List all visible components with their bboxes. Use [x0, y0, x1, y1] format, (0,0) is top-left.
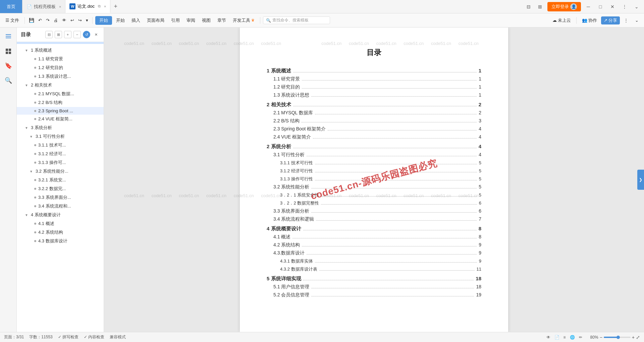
menu-layout[interactable]: 插入 — [129, 16, 143, 24]
tab-add-button[interactable]: + — [110, 3, 121, 10]
toc-page-num: 18 — [476, 284, 481, 289]
nav-item-3-2-2[interactable]: 3.2.2 数据完... — [17, 184, 104, 193]
nav-item-3-4[interactable]: 3.4 系统流程和... — [17, 202, 104, 211]
web-mode-icon[interactable]: 🌐 — [570, 335, 575, 340]
nav-item-3-2[interactable]: ▼ 3.2 系统性能分... — [17, 167, 104, 176]
nav-item-1-1[interactable]: 1.1 研究背景 — [17, 55, 104, 63]
login-button[interactable]: 立即登录 👤 — [547, 2, 581, 11]
more-btn[interactable]: ⋮ — [620, 2, 629, 11]
nav-item-2-1[interactable]: 2.1 MYSQL 数据... — [17, 90, 104, 98]
sidebar-add[interactable]: + — [64, 31, 71, 38]
tab-doc[interactable]: W 论文.doc ⧉ × — [65, 0, 110, 13]
toolbar-undo-icon[interactable]: ↶ — [37, 17, 43, 23]
zoom-thumb[interactable] — [616, 336, 620, 339]
nav-dot-1-2 — [34, 67, 36, 69]
cloud-btn[interactable]: ☁ 未上云 — [550, 16, 574, 24]
nav-item-1-2[interactable]: 1.2 研究目的 — [17, 63, 104, 72]
zoom-out-btn[interactable]: − — [600, 335, 602, 340]
nav-item-4-3[interactable]: 4.3 数据库设计 — [17, 237, 104, 245]
left-icon-panel: 🔖 🔍 — [0, 27, 17, 332]
nav-item-3-1-3[interactable]: 3.1.3 操作可... — [17, 158, 104, 167]
search-box[interactable]: 🔍 查找命令、搜索模板 — [263, 16, 330, 24]
nav-item-3[interactable]: ▼ 3 系统分析 — [17, 123, 104, 132]
content-check[interactable]: ✓ 内容检查 — [84, 334, 104, 340]
nav-item-2[interactable]: ▼ 2 相关技术 — [17, 81, 104, 90]
nav-dot-2-3 — [34, 110, 36, 112]
toc-dots — [321, 204, 477, 205]
pen-mode-icon[interactable]: ✏ — [579, 335, 582, 340]
start-button[interactable]: 开始 — [95, 16, 112, 25]
menu-view[interactable]: 审阅 — [184, 16, 198, 24]
nav-item-3-1-1[interactable]: 3.1.1 技术可... — [17, 141, 104, 150]
menu-file[interactable]: ☰ 文件 — [3, 16, 22, 24]
nav-item-4[interactable]: ▼ 4 系统概要设计 — [17, 211, 104, 219]
minimize-btn[interactable]: ─ — [584, 2, 593, 11]
cloud-icon: ☁ — [552, 18, 557, 23]
nav-item-3-1-2[interactable]: 3.1.2 经济可... — [17, 150, 104, 158]
menu-ref[interactable]: 页面布局 — [144, 16, 167, 24]
share-btn[interactable]: ↗ 分享 — [601, 16, 620, 24]
toolbar-save[interactable]: 💾 — [28, 17, 36, 23]
sidebar-close[interactable]: ✕ — [92, 31, 100, 38]
nav-item-1-3[interactable]: 1.3 系统设计思... — [17, 72, 104, 81]
right-panel-toggle[interactable]: ❯ — [637, 170, 644, 190]
tab-template-close[interactable]: × — [59, 5, 61, 9]
split-view-btn[interactable]: ⊟ — [524, 2, 533, 11]
toolbar-more-undo[interactable]: ▾ — [85, 17, 90, 23]
nav-label-2-2: 2.2 B/S 结构 — [38, 100, 100, 106]
menu-insert[interactable]: 开始 — [113, 16, 127, 24]
nav-item-3-2-1[interactable]: 3.2.1 系统安... — [17, 176, 104, 184]
nav-item-4-1[interactable]: 4.1 概述 — [17, 219, 104, 228]
close-btn[interactable]: ✕ — [608, 2, 617, 11]
sidebar-collapse-all[interactable]: ⊞ — [55, 31, 62, 38]
sidebar-expand-all[interactable]: ⊟ — [45, 31, 53, 38]
toc-page-num: 1 — [479, 92, 481, 98]
toolbar-print[interactable]: 🖨 — [52, 17, 59, 23]
nav-item-2-4[interactable]: 2.4 VUE 框架简... — [17, 115, 104, 123]
list-mode-icon[interactable]: ≡ — [564, 335, 566, 340]
nav-item-3-3[interactable]: 3.3 系统界面分... — [17, 193, 104, 202]
spell-check[interactable]: ✓ 拼写检查 — [58, 334, 78, 340]
nav-item-1[interactable]: ▼ 1 系统概述 — [17, 46, 104, 55]
more-menu-btn[interactable]: ⋮ — [621, 17, 631, 24]
zoom-in-btn[interactable]: + — [632, 335, 635, 340]
nav-item-3-1[interactable]: ▼ 3.1 可行性分析 — [17, 132, 104, 141]
chevron-down-btn[interactable]: ⌄ — [632, 17, 641, 24]
toc-label: 2.2 B/S 结构 — [273, 118, 300, 124]
tab-home[interactable]: 首页 — [0, 0, 22, 13]
fullscreen-btn[interactable]: ⤢ — [636, 335, 640, 340]
toc-page-num: 4 — [479, 144, 481, 149]
menu-review[interactable]: 引用 — [168, 16, 182, 24]
toolbar-preview[interactable]: 👁 — [61, 17, 68, 23]
doc-mode-icon[interactable]: 📄 — [554, 335, 559, 340]
toc-panel-icon[interactable] — [2, 30, 14, 42]
collab-btn[interactable]: 👥 协作 — [579, 16, 600, 24]
toc-entry: 2.4 VUE 框架简介4 — [267, 134, 481, 140]
svg-rect-1 — [6, 36, 11, 37]
menu-devtools[interactable]: 章节 — [215, 16, 229, 24]
zoom-slider[interactable] — [604, 337, 631, 338]
tab-template[interactable]: 📄 找程亮模板 × — [22, 0, 65, 13]
grid-view-btn[interactable]: ⊞ — [535, 2, 545, 11]
search-panel-icon[interactable]: 🔍 — [2, 74, 14, 87]
nav-item-2-2[interactable]: 2.2 B/S 结构 — [17, 98, 104, 107]
style-panel-icon[interactable] — [2, 45, 14, 57]
toolbar-redo2[interactable]: ↪ — [77, 17, 83, 23]
arrow-icon-3-2: ▼ — [30, 170, 34, 173]
tab-doc-close[interactable]: × — [104, 4, 106, 8]
tab-doc-restore[interactable]: ⧉ — [98, 4, 101, 8]
toc-label: 4.3.1 数据库实体 — [280, 258, 313, 264]
toolbar-redo-icon[interactable]: ↷ — [45, 17, 51, 23]
menu-chapter[interactable]: 视图 — [199, 16, 213, 24]
bookmark-panel-icon[interactable]: 🔖 — [2, 60, 14, 72]
sidebar-minus[interactable]: − — [73, 31, 81, 38]
nav-item-2-3[interactable]: 2.3 Spring Boot ... — [17, 107, 104, 115]
nav-item-4-2[interactable]: 4.2 系统结构 — [17, 228, 104, 237]
maximize-btn[interactable]: □ — [596, 2, 605, 11]
toolbar-undo2[interactable]: ↩ — [69, 17, 75, 23]
share-icon: ↗ — [604, 18, 607, 23]
menu-member[interactable]: 开发工具 ♛ — [230, 16, 257, 24]
expand-btn[interactable]: ⌄ — [632, 2, 641, 11]
read-mode-icon[interactable]: 👁 — [546, 335, 550, 340]
sidebar-refresh[interactable]: ↺ — [83, 31, 90, 38]
